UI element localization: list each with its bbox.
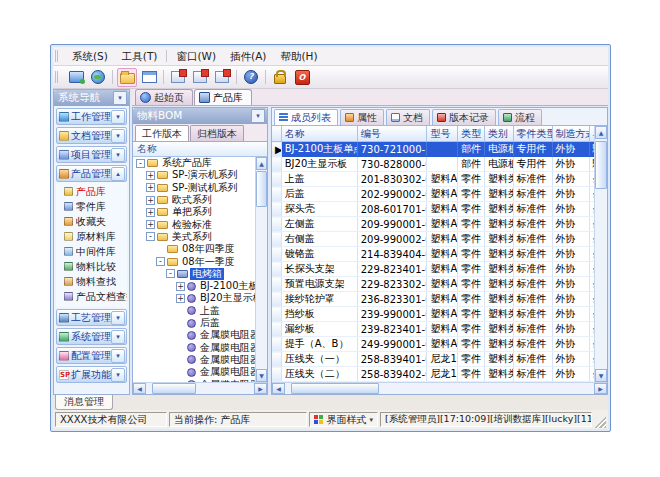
table-row[interactable]: BJ20主显示板730-828000-04I部件电源板专用件外协颗 — [272, 157, 594, 172]
pin-button[interactable]: ▾ — [113, 91, 127, 105]
interface-style-dropdown[interactable]: 界面样式 ▾ — [309, 412, 378, 427]
doc-tab[interactable]: 产品库 — [194, 89, 252, 105]
table-row[interactable]: 预置电源支架229-823302-00I塑料ABS零件塑料类标准件外协条 — [272, 277, 594, 292]
sidebar-item[interactable]: 物料比较 — [56, 259, 127, 274]
tree-item[interactable]: 金属膜电阻器 — [133, 341, 255, 353]
table-row[interactable]: 漏纱板239-823401-00I塑料ABS零件塑料类标准件外协条 — [272, 322, 594, 337]
nav-group-header[interactable]: 配置管理▾ — [56, 347, 127, 364]
doc-close-icon-button[interactable] — [190, 68, 210, 87]
tree-item[interactable]: 08年四季度 — [133, 243, 255, 255]
column-header[interactable]: 编号 — [357, 126, 427, 142]
column-header[interactable]: 制造方式 — [552, 126, 589, 142]
chevron-down-icon[interactable]: ▾ — [111, 110, 125, 124]
member-tab[interactable]: 文档 — [386, 109, 430, 125]
member-tab[interactable]: 流程 — [498, 109, 542, 125]
scroll-thumb[interactable] — [291, 383, 379, 394]
table-row[interactable]: 上盖201-830302-00I塑料ABS零件塑料类标准件外协条 — [272, 172, 594, 187]
doc-close-icon-button[interactable] — [168, 68, 188, 87]
tree-item[interactable]: -美式系列 — [133, 231, 255, 243]
tree-item[interactable]: +单把系列 — [133, 206, 255, 218]
toolbar-grip[interactable] — [55, 71, 63, 83]
tree-item[interactable]: 金属膜电阻器 — [133, 366, 255, 378]
window-layout-icon-button[interactable] — [139, 68, 159, 87]
tree-item[interactable]: -电烤箱 — [133, 268, 255, 280]
expand-icon[interactable]: + — [146, 208, 155, 217]
tree-column-header[interactable]: 名称 — [133, 142, 267, 157]
tree-horizontal-scrollbar[interactable]: ◀ ▶ — [133, 382, 267, 394]
resize-grip[interactable] — [594, 416, 606, 428]
chevron-down-icon[interactable]: ▾ — [111, 129, 125, 143]
doc-close-icon-button[interactable] — [212, 68, 232, 87]
nav-group-header[interactable]: 工作管理▾ — [56, 108, 127, 125]
scroll-track[interactable] — [285, 383, 594, 394]
scroll-down-arrow[interactable]: ▼ — [256, 369, 267, 382]
menu-item[interactable]: 系统(S) — [65, 47, 115, 65]
collapse-icon[interactable]: - — [136, 159, 145, 168]
table-row[interactable]: 探头壳208-601701-01I塑料ABS零件塑料类标准件外协条 — [272, 202, 594, 217]
table-row[interactable]: 后盖202-990002-01I塑料ABS零件塑料类标准件外协条 — [272, 187, 594, 202]
collapse-icon[interactable]: - — [156, 257, 165, 266]
menu-item[interactable]: 工具(T) — [115, 47, 165, 65]
sidebar-item[interactable]: 中间件库 — [56, 244, 127, 259]
table-row[interactable]: 长探头支架229-823401-00I塑料ABS零件塑料类标准件外协条 — [272, 262, 594, 277]
menu-item[interactable]: 窗口(W) — [169, 47, 223, 65]
scroll-thumb[interactable] — [595, 141, 607, 189]
expand-icon[interactable]: + — [176, 282, 185, 291]
member-tab[interactable]: 成员列表 — [274, 109, 338, 125]
doc-tab[interactable]: 起始页 — [135, 89, 193, 105]
tree-item[interactable]: 金属膜电阻器 — [133, 354, 255, 366]
nav-group-header[interactable]: 项目管理▾ — [56, 146, 127, 163]
column-header[interactable]: 零件类型 — [513, 126, 552, 142]
monitor-icon-button[interactable] — [66, 68, 86, 87]
menu-item[interactable]: 插件(A) — [223, 47, 273, 65]
table-row[interactable]: 接纱轮护罩236-823301-00I塑料ABS零件塑料类标准件外协条 — [272, 292, 594, 307]
table-row[interactable]: 右侧盖209-990002-01I塑料ABS零件塑料类标准件外协条 — [272, 232, 594, 247]
nav-group-header[interactable]: 系统管理▾ — [56, 328, 127, 345]
version-tab[interactable]: 归档版本 — [190, 125, 244, 141]
scroll-right-arrow[interactable]: ▶ — [594, 383, 607, 394]
sidebar-item[interactable]: 收藏夹 — [56, 214, 127, 229]
version-tab[interactable]: 工作版本 — [135, 125, 189, 141]
column-header[interactable]: 型号 — [427, 126, 458, 142]
expand-icon[interactable]: + — [176, 294, 185, 303]
tree-item[interactable]: +SP-测试机系列 — [133, 182, 255, 194]
table-row[interactable]: 提手（A、B）249-990001-01I塑料ABS零件塑料类标准件外协条 — [272, 337, 594, 352]
chevron-down-icon[interactable]: ▾ — [111, 349, 125, 363]
sidebar-item[interactable]: 物料查找 — [56, 274, 127, 289]
scroll-thumb[interactable] — [256, 171, 267, 207]
nav-group-header[interactable]: 文档管理▾ — [56, 127, 127, 144]
column-header[interactable]: 名称 — [281, 126, 357, 142]
table-row[interactable]: 镀铬盖214-839404-01I塑料ABS零件塑料类标准件外协条 — [272, 247, 594, 262]
table-row[interactable]: 压线夹（一）258-839401-00I尼龙1010零件塑料类标准件外协条 — [272, 352, 594, 367]
table-vertical-scrollbar[interactable]: ▲ ▼ — [594, 126, 607, 382]
tree-item[interactable]: +欧式系列 — [133, 194, 255, 206]
tree-item[interactable]: +BJ-2100主板单点 — [133, 280, 255, 292]
scroll-up-arrow[interactable]: ▲ — [256, 157, 267, 170]
scroll-left-arrow[interactable]: ◀ — [272, 383, 285, 394]
lock-icon-button[interactable] — [270, 68, 290, 87]
chevron-up-icon[interactable]: ▴ — [111, 167, 125, 181]
pin-button[interactable]: ▾ — [251, 109, 265, 123]
sidebar-item[interactable]: 产品库 — [56, 184, 127, 199]
tree-item[interactable]: 上盖 — [133, 305, 255, 317]
nav-group-header[interactable]: 工艺管理▾ — [56, 309, 127, 326]
member-tab[interactable]: 版本记录 — [432, 109, 496, 125]
table-row[interactable]: 压线夹（二）258-839402-00I尼龙1010零件塑料类标准件外协条 — [272, 367, 594, 382]
tree-vertical-scrollbar[interactable]: ▲ ▼ — [255, 157, 267, 382]
folder-open-icon-button[interactable] — [117, 68, 137, 87]
chevron-down-icon[interactable]: ▾ — [111, 330, 125, 344]
nav-group-header[interactable]: 产品管理▴ — [56, 165, 127, 182]
scroll-right-arrow[interactable]: ▶ — [254, 383, 267, 394]
chevron-down-icon[interactable]: ▾ — [111, 368, 125, 382]
expand-icon[interactable]: + — [146, 171, 155, 180]
expand-icon[interactable]: + — [146, 220, 155, 229]
table-row[interactable]: 挡纱板239-990001-01I塑料ABS零件塑料类标准件外协条 — [272, 307, 594, 322]
scroll-thumb[interactable] — [152, 383, 196, 394]
sidebar-item[interactable]: 零件库 — [56, 199, 127, 214]
chevron-down-icon[interactable]: ▾ — [111, 148, 125, 162]
member-tab[interactable]: 属性 — [340, 109, 384, 125]
power-icon-button[interactable] — [292, 68, 312, 87]
sidebar-item[interactable]: 原材料库 — [56, 229, 127, 244]
column-header[interactable]: 类型 — [458, 126, 485, 142]
table-horizontal-scrollbar[interactable]: ◀ ▶ — [272, 382, 607, 394]
